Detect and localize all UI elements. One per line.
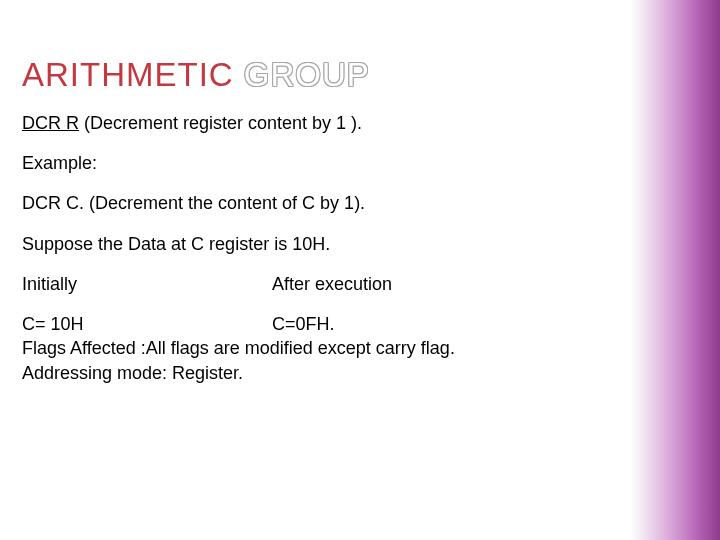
flags-affected: Flags Affected :All flags are modified e… [22, 336, 612, 360]
slide: ARITHMETIC GROUP DCR R (Decrement regist… [0, 0, 720, 540]
addressing-mode: Addressing mode: Register. [22, 361, 612, 385]
c-after-value: C=0FH. [272, 312, 612, 336]
example-label: Example: [22, 151, 612, 175]
title-word-filled: ARITHMETIC [22, 56, 234, 93]
initially-label: Initially [22, 272, 272, 296]
after-execution-label: After execution [272, 272, 612, 296]
instruction-mnemonic: DCR R [22, 113, 79, 133]
slide-body: DCR R (Decrement register content by 1 )… [22, 111, 612, 385]
instruction-description: (Decrement register content by 1 ). [79, 113, 362, 133]
c-before-value: C= 10H [22, 312, 272, 336]
side-gradient [630, 0, 720, 540]
result-block: C= 10H C=0FH. Flags Affected :All flags … [22, 312, 612, 385]
content-area: ARITHMETIC GROUP DCR R (Decrement regist… [0, 0, 620, 385]
example-instruction: DCR C. (Decrement the content of C by 1)… [22, 191, 612, 215]
slide-title: ARITHMETIC GROUP [22, 58, 612, 93]
title-word-outlined: GROUP [244, 56, 370, 93]
state-header-row: Initially After execution [22, 272, 612, 296]
instruction-line: DCR R (Decrement register content by 1 )… [22, 111, 612, 135]
suppose-line: Suppose the Data at C register is 10H. [22, 232, 612, 256]
